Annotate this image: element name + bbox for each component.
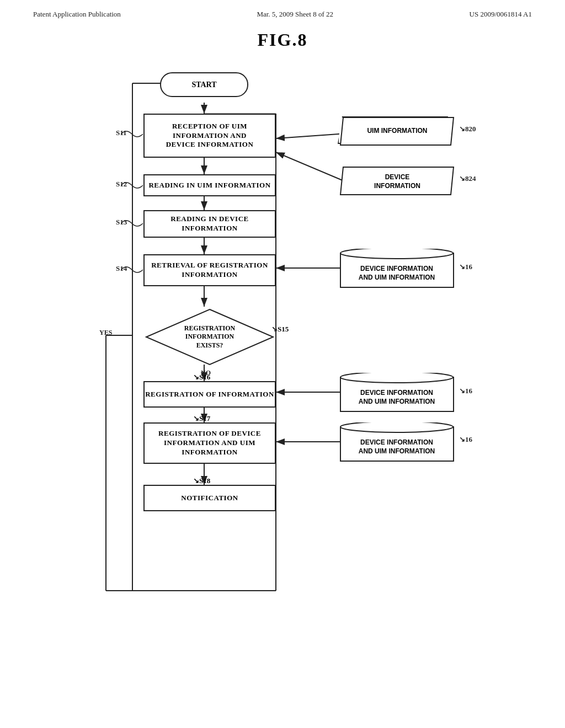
data-16c-svg: DEVICE INFORMATION AND UIM INFORMATION — [338, 422, 456, 467]
svg-text:DEVICE: DEVICE — [385, 173, 410, 181]
data-824-svg: DEVICE INFORMATION — [338, 166, 456, 196]
svg-point-30 — [340, 249, 453, 259]
step-s18-box: NOTIFICATION — [143, 485, 276, 511]
start-label: START — [191, 81, 216, 89]
page-header: Patent Application Publication Mar. 5, 2… — [0, 0, 565, 24]
step-s17-box: REGISTRATION OF DEVICEINFORMATION AND UI… — [143, 422, 276, 464]
s13-wave — [121, 218, 143, 229]
svg-text:INFORMATION: INFORMATION — [374, 182, 420, 190]
step-s11-box: RECEPTION OF UIMINFORMATION ANDDEVICE IN… — [143, 114, 276, 158]
data-box-820: UIM INFORMATION — [338, 116, 448, 144]
step-s13-text: READING IN DEVICEINFORMATION — [170, 215, 248, 233]
svg-text:AND UIM INFORMATION: AND UIM INFORMATION — [359, 274, 435, 281]
s11-wave — [121, 129, 143, 140]
step-s16-indicator: ↘S16 — [193, 373, 210, 382]
svg-rect-37 — [340, 427, 454, 461]
figure-title: FIG.8 — [258, 30, 308, 50]
step-s18-indicator: ↘S18 — [193, 477, 210, 485]
data-16a-svg: DEVICE INFORMATION AND UIM INFORMATION — [338, 249, 456, 293]
s12-wave — [121, 180, 143, 191]
data-box-820-text: UIM INFORMATION — [361, 126, 425, 135]
svg-rect-29 — [340, 253, 454, 287]
data-16b-svg: DEVICE INFORMATION AND UIM INFORMATION — [338, 373, 456, 417]
diagram-container: START RECEPTION OF UIMINFORMATION ANDDEV… — [67, 67, 498, 684]
svg-text:AND UIM INFORMATION: AND UIM INFORMATION — [359, 447, 435, 455]
step-s18-text: NOTIFICATION — [181, 494, 238, 503]
figure-title-area: FIG.8 — [0, 30, 565, 50]
data-label-16b: ↘16 — [459, 387, 472, 395]
svg-point-38 — [340, 422, 453, 432]
header-center: Mar. 5, 2009 Sheet 8 of 22 — [257, 10, 333, 19]
step-s17-indicator: ↘S17 — [193, 414, 210, 423]
svg-text:DEVICE INFORMATION: DEVICE INFORMATION — [360, 389, 433, 397]
step-s16-box: REGISTRATION OF INFORMATION — [143, 381, 276, 408]
s14-wave — [121, 264, 143, 275]
svg-line-16 — [276, 152, 354, 185]
svg-text:AND UIM INFORMATION: AND UIM INFORMATION — [359, 398, 435, 405]
data-label-16c: ↘16 — [459, 435, 472, 444]
step-s14-box: RETRIEVAL OF REGISTRATIONINFORMATION — [143, 254, 276, 286]
svg-text:DEVICE INFORMATION: DEVICE INFORMATION — [360, 438, 433, 446]
header-left: Patent Application Publication — [33, 10, 121, 19]
step-s11-text: RECEPTION OF UIMINFORMATION ANDDEVICE IN… — [166, 122, 254, 150]
step-s14-text: RETRIEVAL OF REGISTRATIONINFORMATION — [151, 261, 268, 280]
start-terminal: START — [160, 72, 248, 97]
data-label-16a: ↘16 — [459, 263, 472, 271]
data-label-824: ↘824 — [459, 174, 476, 183]
step-s17-text: REGISTRATION OF DEVICEINFORMATION AND UI… — [158, 429, 261, 457]
diagram-svg — [67, 67, 498, 684]
step-s15-diamond-container: REGISTRATIONINFORMATIONEXISTS? — [143, 307, 276, 367]
svg-text:DEVICE INFORMATION: DEVICE INFORMATION — [360, 265, 433, 272]
svg-marker-26 — [340, 167, 454, 195]
step-s13-box: READING IN DEVICEINFORMATION — [143, 210, 276, 238]
step-s12-box: READING IN UIM INFORMATION — [143, 174, 276, 196]
step-s15-text: REGISTRATIONINFORMATIONEXISTS? — [184, 324, 235, 350]
header-right: US 2009/0061814 A1 — [470, 10, 532, 19]
svg-rect-33 — [340, 377, 454, 411]
yes-label: YES — [99, 329, 112, 337]
step-s16-text: REGISTRATION OF INFORMATION — [145, 390, 274, 399]
data-label-820: ↘820 — [459, 125, 476, 133]
svg-point-34 — [340, 373, 453, 383]
step-s12-text: READING IN UIM INFORMATION — [148, 181, 270, 190]
